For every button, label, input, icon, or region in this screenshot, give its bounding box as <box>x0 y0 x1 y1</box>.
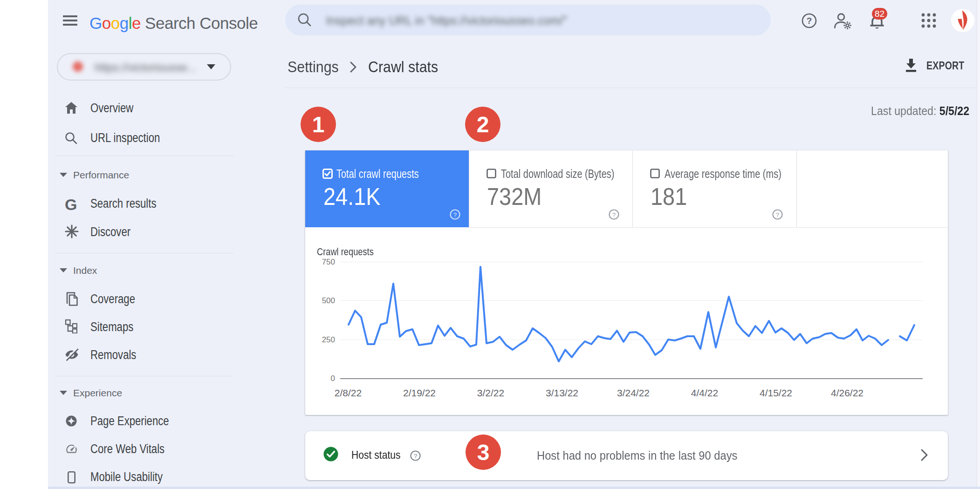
svg-text:?: ? <box>414 453 418 460</box>
svg-text:?: ? <box>807 16 812 26</box>
